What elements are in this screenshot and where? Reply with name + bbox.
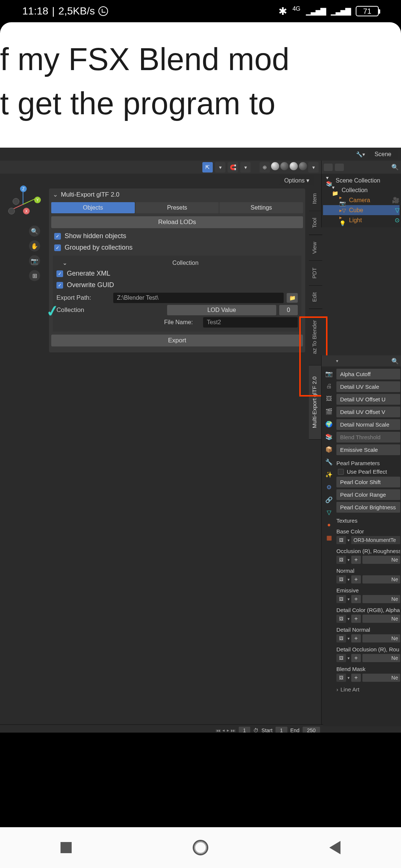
shading-dropdown-icon[interactable]: ▾ — [308, 162, 319, 172]
image-icon[interactable]: 🖼 — [336, 654, 346, 662]
camera-icon[interactable]: 📷 — [29, 255, 40, 266]
restrict-icon[interactable]: ⊙ — [395, 217, 400, 224]
new-button[interactable]: Ne — [362, 556, 400, 564]
gizmo-z[interactable]: Z — [20, 185, 27, 192]
texture-tab-icon[interactable]: ▦ — [325, 533, 333, 542]
end-frame[interactable]: 250 — [303, 727, 320, 733]
modifier-tab-icon[interactable]: 🔧 — [325, 458, 333, 466]
view-tab-icon[interactable]: 🖼 — [325, 395, 333, 403]
tex-base-color-name[interactable]: OR3-MonumentTe — [351, 536, 400, 544]
gizmo-y[interactable]: Y — [34, 197, 41, 203]
section-line-art[interactable]: › Line Art — [336, 683, 400, 693]
add-texture-button[interactable]: + — [351, 556, 361, 564]
world-tab-icon[interactable]: 🌍 — [325, 420, 333, 428]
prop-detail-uv-scale[interactable]: Detail UV Scale — [336, 381, 400, 392]
lod-value-input[interactable]: 0 — [279, 305, 298, 315]
add-texture-button[interactable]: + — [351, 595, 361, 603]
zoom-icon[interactable]: 🔍 — [29, 226, 40, 237]
chevron-icon[interactable]: ▾ — [336, 358, 338, 364]
play-controls-icon[interactable]: ⏮ ◀ ▶ ⏭ — [216, 727, 236, 733]
constraint-tab-icon[interactable]: 🔗 — [325, 496, 333, 504]
image-icon[interactable]: 🖼 — [336, 556, 346, 564]
mode-icon[interactable]: ▾ — [215, 162, 225, 172]
proportional-icon[interactable]: ▾ — [240, 162, 251, 172]
display-mode-icon[interactable] — [335, 164, 344, 171]
data-tab-icon[interactable]: ▽ — [325, 508, 333, 516]
image-icon[interactable]: 🖼 — [336, 536, 346, 544]
physics-tab-icon[interactable]: ⚙ — [325, 483, 333, 491]
use-pearl-checkbox[interactable]: Use Pearl Effect — [336, 468, 400, 475]
gizmo-x[interactable]: X — [23, 208, 30, 214]
add-texture-button[interactable]: + — [351, 674, 361, 682]
export-path-input[interactable]: Z:\Blender Test\ — [113, 293, 284, 303]
image-icon[interactable]: 🖼 — [336, 575, 346, 583]
outliner-camera[interactable]: ▸📷 Camera 🎥 — [323, 195, 400, 205]
image-icon[interactable]: 🖼 — [336, 674, 346, 682]
render-tab-icon[interactable]: 📷 — [325, 369, 333, 378]
perspective-icon[interactable]: ⊞ — [29, 270, 40, 281]
shading-sphere[interactable] — [280, 162, 288, 170]
subpanel-header[interactable]: ⌄ Collection — [55, 258, 299, 268]
particle-tab-icon[interactable]: ✨ — [325, 470, 333, 479]
prop-detail-uv-offset-u[interactable]: Detail UV Offset U — [336, 394, 400, 405]
restrict-icon[interactable]: ▽ — [395, 207, 400, 214]
filename-input[interactable]: Test2 — [203, 317, 298, 328]
navigation-gizmo[interactable]: Z Y X — [7, 188, 39, 220]
shading-sphere[interactable] — [271, 162, 279, 170]
add-texture-button[interactable]: + — [351, 654, 361, 662]
shading-sphere[interactable] — [290, 162, 298, 170]
editor-type-icon[interactable] — [324, 164, 333, 171]
outliner-collection[interactable]: ▾📁 Collection — [323, 185, 400, 195]
new-button[interactable]: Ne — [362, 575, 400, 583]
gizmo-neg-x[interactable] — [13, 198, 19, 205]
collection-item[interactable]: ✓ Collection — [56, 306, 164, 314]
gizmo-neg-y[interactable] — [8, 208, 15, 214]
prop-alpha-cutoff[interactable]: Alpha Cutoff — [336, 369, 400, 379]
new-button[interactable]: Ne — [362, 674, 400, 682]
image-icon[interactable]: 🖼 — [336, 634, 346, 642]
overwrite-guid-checkbox[interactable]: ✓ Overwrite GUID — [55, 279, 299, 291]
grouped-checkbox[interactable]: ✓ Grouped by collections — [51, 242, 303, 253]
auto-key-icon[interactable]: ⏱ — [253, 727, 258, 733]
tab-view[interactable]: View — [309, 235, 322, 261]
prop-emissive-scale[interactable]: Emissive Scale — [336, 444, 400, 455]
shading-sphere[interactable] — [299, 162, 307, 170]
export-button[interactable]: Export — [51, 335, 303, 346]
add-texture-button[interactable]: + — [351, 634, 361, 642]
tab-presets[interactable]: Presets — [136, 202, 219, 213]
reload-lods-button[interactable]: Reload LODs — [51, 216, 303, 228]
folder-browse-icon[interactable]: 📁 — [287, 293, 298, 303]
outliner-cube[interactable]: ▸▽ Cube ▽ — [323, 205, 400, 215]
generate-xml-checkbox[interactable]: ✓ Generate XML — [55, 268, 299, 279]
prop-detail-uv-offset-v[interactable]: Detail UV Offset V — [336, 407, 400, 417]
prop-pearl-range[interactable]: Pearl Color Range — [336, 489, 400, 500]
add-texture-button[interactable]: + — [351, 615, 361, 623]
blender-screenshot[interactable]: 🔧▾ Scene ⇱ ▾ 🧲 ▾ ⊕ ▾ Options ▾ — [0, 148, 401, 733]
tab-pdt[interactable]: PDT — [309, 261, 322, 286]
start-frame[interactable]: 1 — [276, 727, 287, 733]
pivot-icon[interactable]: 🔧▾ — [356, 151, 365, 157]
scene-tab-icon[interactable]: 🎬 — [325, 407, 333, 415]
prop-pearl-shift[interactable]: Pearl Color Shift — [336, 477, 400, 487]
outliner-light[interactable]: ▸💡 Light ⊙ — [323, 215, 400, 225]
add-texture-button[interactable]: + — [351, 575, 361, 583]
output-tab-icon[interactable]: 🖨 — [325, 382, 333, 390]
prop-detail-normal-scale[interactable]: Detail Normal Scale — [336, 419, 400, 430]
tab-edit[interactable]: Edit — [309, 286, 322, 309]
new-button[interactable]: Ne — [362, 634, 400, 642]
prop-blend-threshold[interactable]: Blend Threshold — [336, 432, 400, 443]
search-icon[interactable]: 🔍 — [391, 358, 399, 365]
new-button[interactable]: Ne — [362, 654, 400, 662]
material-tab-icon[interactable]: ● — [325, 521, 333, 529]
restrict-icon[interactable]: 🎥 — [392, 197, 400, 204]
show-hidden-checkbox[interactable]: ✓ Show hidden objects — [51, 230, 303, 242]
new-button[interactable]: Ne — [362, 595, 400, 603]
show-gizmo-icon[interactable]: ⊕ — [260, 162, 270, 172]
lod-value-label[interactable]: LOD Value — [167, 305, 276, 315]
tab-item[interactable]: Item — [309, 187, 322, 211]
back-button[interactable] — [329, 841, 340, 854]
panel-header[interactable]: ⌄ Multi-Export glTF 2.0 — [49, 188, 305, 201]
collection-tab-icon[interactable]: 📚 — [325, 433, 333, 441]
search-icon[interactable]: 🔍 — [391, 164, 399, 171]
overlay-toggles[interactable]: ⊕ ▾ — [260, 162, 319, 172]
